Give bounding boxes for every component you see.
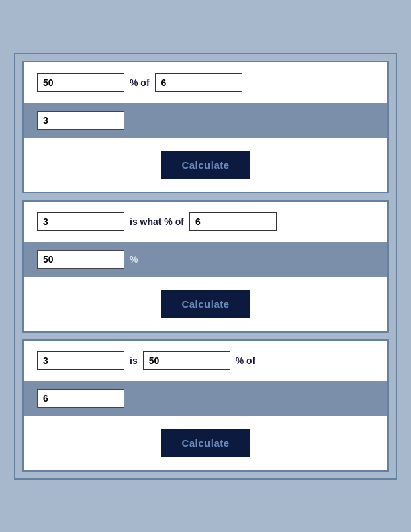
input-row-1: % of	[24, 62, 387, 103]
block2-result[interactable]	[37, 250, 124, 269]
block3-field1[interactable]	[37, 351, 124, 370]
result-row-1	[24, 103, 387, 138]
input-row-3: is % of	[24, 341, 387, 381]
block2-label1: is what % of	[130, 216, 184, 227]
action-row-3: Calculate	[24, 416, 387, 470]
calculate-button-2[interactable]: Calculate	[161, 290, 249, 318]
block2-field2[interactable]	[189, 212, 277, 231]
main-container: % of Calculate is what % of % Calculate …	[14, 53, 397, 480]
calculate-button-3[interactable]: Calculate	[161, 429, 249, 457]
block2-field1[interactable]	[37, 212, 124, 231]
block2-percent-suffix: %	[130, 254, 138, 265]
calculator-block-3: is % of Calculate	[22, 339, 389, 472]
block3-label1: is	[130, 355, 138, 366]
block3-field2[interactable]	[143, 351, 230, 370]
result-row-3	[24, 381, 387, 416]
block1-field1[interactable]	[37, 73, 124, 92]
result-row-2: %	[24, 242, 387, 277]
block3-result[interactable]	[37, 389, 124, 408]
action-row-2: Calculate	[24, 277, 387, 331]
input-row-2: is what % of	[24, 202, 387, 242]
block3-label2: % of	[236, 355, 256, 366]
block1-result[interactable]	[37, 111, 124, 130]
block1-field2[interactable]	[155, 73, 242, 92]
calculator-block-2: is what % of % Calculate	[22, 200, 389, 332]
calculator-block-1: % of Calculate	[22, 61, 389, 193]
block1-label1: % of	[130, 77, 150, 88]
calculate-button-1[interactable]: Calculate	[161, 151, 249, 179]
action-row-1: Calculate	[24, 138, 387, 192]
